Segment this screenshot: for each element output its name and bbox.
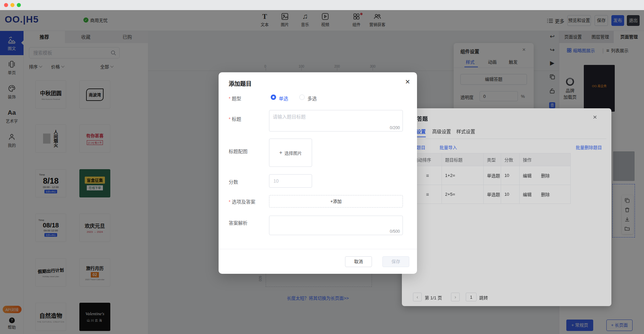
score-input[interactable] — [269, 174, 312, 188]
analysis-label: 答案解析 — [229, 219, 248, 226]
next-page-button[interactable]: › — [451, 293, 460, 301]
char-counter: 0/500 — [390, 229, 400, 234]
drag-handle-icon[interactable]: ≡ — [414, 191, 442, 197]
single-choice-label[interactable]: 单选 — [279, 95, 288, 102]
question-title-box: 0/200 — [269, 110, 403, 132]
edit-question-button[interactable]: 编辑 — [523, 172, 532, 179]
title-image-label: 标题配图 — [229, 148, 248, 154]
close-icon[interactable]: × — [593, 113, 597, 121]
page-indicator: 第 1/1 页 — [425, 294, 442, 301]
tab-advanced-settings[interactable]: 高级设置 — [432, 128, 451, 135]
drag-handle-icon[interactable]: ≡ — [414, 173, 442, 178]
minimize-window-button[interactable] — [10, 3, 14, 7]
delete-question-button[interactable]: 删除 — [541, 172, 550, 179]
tab-style-settings[interactable]: 样式设置 — [456, 128, 475, 135]
delete-question-button[interactable]: 删除 — [541, 191, 550, 197]
close-window-button[interactable] — [4, 3, 8, 7]
table-row: ≡ 2+5= 单选题 10 编辑 删除 — [410, 185, 570, 204]
cancel-button[interactable]: 取消 — [345, 256, 372, 267]
batch-import-link[interactable]: 批量导入 — [440, 144, 457, 150]
analysis-input[interactable] — [269, 216, 403, 235]
window-titlebar — [0, 0, 644, 10]
table-header: 拖动排序 题目标题 类型 分数 操作 — [410, 153, 570, 166]
type-label: 题型 — [229, 95, 241, 102]
multi-choice-radio[interactable] — [299, 95, 305, 100]
prev-page-button[interactable]: ‹ — [413, 293, 422, 301]
modal-title: 添加题目 — [229, 79, 252, 87]
quiz-dialog: 答题 × 基础设置 高级设置 样式设置 添加题目 批量导入 批量删除题目 拖动排… — [402, 108, 611, 306]
jump-button[interactable]: 跳转 — [479, 294, 488, 301]
question-table: 拖动排序 题目标题 类型 分数 操作 ≡ 1+2= 单选题 10 编辑 删除 ≡… — [410, 153, 571, 204]
score-label: 分数 — [229, 178, 238, 185]
close-icon[interactable]: × — [405, 78, 410, 86]
question-title-label: 标题 — [229, 115, 241, 122]
page-number-input[interactable] — [466, 293, 477, 301]
plus-icon: + — [279, 150, 282, 156]
single-choice-radio[interactable] — [271, 95, 276, 100]
table-row: ≡ 1+2= 单选题 10 编辑 删除 — [410, 166, 570, 185]
options-label: 选项及答案 — [229, 198, 255, 205]
choose-image-button[interactable]: + 选择图片 — [269, 139, 312, 167]
quiz-title: 答题 — [417, 114, 428, 122]
modal-save-button[interactable]: 保存 — [382, 256, 409, 267]
app-window: OO.|H5 ✓ 商用无忧 T 文本 图片 ♫ 音乐 视频 — [0, 0, 644, 334]
maximize-window-button[interactable] — [17, 3, 21, 7]
multi-choice-label[interactable]: 多选 — [307, 95, 317, 102]
add-option-button[interactable]: +添加 — [269, 195, 403, 208]
analysis-box: 0/500 — [269, 216, 403, 235]
edit-question-button[interactable]: 编辑 — [523, 191, 532, 197]
question-title-input[interactable] — [269, 110, 403, 131]
char-counter: 0/200 — [390, 125, 400, 130]
batch-delete-link[interactable]: 批量删除题目 — [576, 144, 602, 150]
add-question-modal: 添加题目 × 题型 单选 多选 标题 0/200 标题配图 + 选择图片 分数 … — [219, 72, 417, 274]
